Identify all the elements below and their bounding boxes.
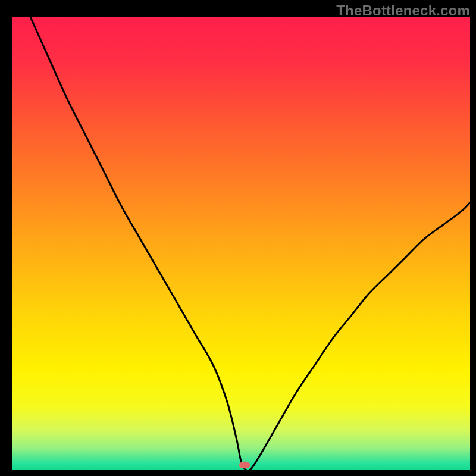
optimal-point-marker (239, 462, 250, 469)
gradient-background (12, 17, 470, 470)
chart-svg (12, 17, 470, 470)
watermark-text: TheBottleneck.com (336, 2, 470, 19)
chart-frame: TheBottleneck.com (0, 0, 476, 476)
plot-area (12, 17, 470, 470)
